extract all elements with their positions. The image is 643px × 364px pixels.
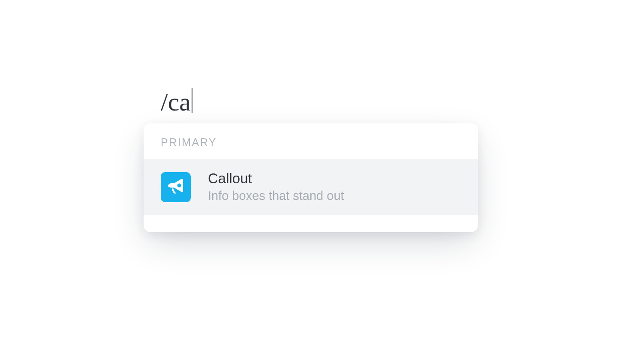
slash-command-text: /ca — [161, 89, 191, 115]
dropdown-item-description: Info boxes that stand out — [208, 189, 461, 203]
svg-point-0 — [177, 183, 181, 187]
slash-command-input[interactable]: /ca — [161, 86, 192, 115]
megaphone-icon — [161, 172, 191, 202]
text-caret — [192, 88, 192, 113]
dropdown-footer-space — [144, 215, 478, 232]
dropdown-item-title: Callout — [208, 171, 461, 186]
command-dropdown: PRIMARY Callout Info boxes that stand ou… — [144, 123, 478, 232]
dropdown-item-text: Callout Info boxes that stand out — [208, 171, 461, 203]
dropdown-section-label: PRIMARY — [144, 123, 478, 159]
dropdown-item-callout[interactable]: Callout Info boxes that stand out — [144, 159, 478, 215]
